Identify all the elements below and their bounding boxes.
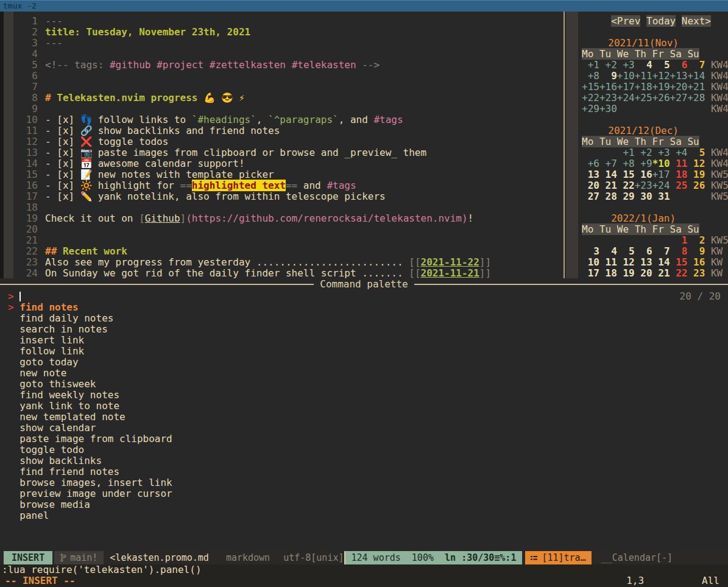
calendar-day[interactable]: +21 xyxy=(687,81,705,93)
calendar-day[interactable]: 6 xyxy=(635,245,652,257)
calendar-day[interactable]: +23 xyxy=(635,180,652,191)
calendar-day[interactable]: +20 xyxy=(670,81,688,93)
editor-line[interactable]: 14- [x] 📅 awesome calendar support! xyxy=(13,158,564,169)
calendar-day[interactable]: *10 xyxy=(652,158,670,169)
palette-item[interactable]: new templated note xyxy=(0,412,728,423)
editor-line[interactable]: 3--- xyxy=(13,38,564,49)
calendar-day[interactable]: 14 xyxy=(652,256,670,268)
calendar-pane[interactable]: <Prev Today Next>2021/11(Nov)Mo Tu We Th… xyxy=(578,12,728,278)
calendar-day[interactable]: 14 xyxy=(599,169,617,180)
calendar-day[interactable]: +10 xyxy=(617,70,635,82)
calendar-day[interactable]: +1 xyxy=(617,147,635,158)
calendar-day[interactable]: 9 xyxy=(599,70,617,82)
calendar-day[interactable]: +8 xyxy=(617,158,635,169)
calendar-day[interactable]: +30 xyxy=(599,103,617,114)
calendar-day[interactable]: 12 xyxy=(617,256,635,268)
palette-item[interactable]: new note xyxy=(0,368,728,379)
palette-item[interactable]: search in notes xyxy=(0,324,728,335)
calendar-day[interactable]: 15 xyxy=(670,256,688,268)
calendar-day[interactable]: 19 xyxy=(617,267,635,278)
editor-line[interactable]: 6 xyxy=(13,71,564,82)
calendar-day[interactable]: 5 xyxy=(617,245,635,257)
editor-line[interactable]: 8# Telekasten.nvim progress 💪 😎 ⚡ xyxy=(13,93,564,104)
editor-line[interactable]: 22## Recent work xyxy=(13,246,564,257)
palette-item[interactable]: insert link xyxy=(0,335,728,346)
calendar-day[interactable]: 12 xyxy=(687,158,705,169)
calendar-day[interactable]: +24 xyxy=(617,92,635,104)
calendar-day[interactable]: +14 xyxy=(687,70,705,82)
palette-selected-item[interactable]: > find notes xyxy=(0,302,728,313)
calendar-day[interactable]: +3 xyxy=(652,147,670,158)
calendar-nav-prev-button[interactable]: <Prev xyxy=(611,15,640,27)
calendar-nav-next-button[interactable]: Next> xyxy=(682,15,711,27)
editor-line[interactable]: 16- [x] 🔆 highlight for ==highlighted te… xyxy=(13,180,564,191)
palette-item[interactable]: browse media xyxy=(0,499,728,510)
calendar-day[interactable]: +29 xyxy=(582,103,599,114)
calendar-day[interactable]: +1 xyxy=(582,59,599,71)
calendar-day[interactable]: 17 xyxy=(582,267,599,278)
calendar-day[interactable]: +2 xyxy=(599,59,617,71)
editor-line[interactable]: 15- [x] 📝 new notes with template picker xyxy=(13,169,564,180)
calendar-day[interactable]: +6 xyxy=(582,158,599,169)
calendar-day[interactable]: 13 xyxy=(582,169,599,180)
calendar-day[interactable]: 21 xyxy=(599,180,617,191)
calendar-day[interactable]: 16 xyxy=(687,256,705,268)
calendar-day[interactable]: 29 xyxy=(617,191,635,202)
calendar-day[interactable]: 22 xyxy=(617,180,635,191)
editor-line[interactable]: 1--- xyxy=(13,16,564,27)
editor-buffer[interactable]: 1---2title: Tuesday, November 23th, 2021… xyxy=(13,12,564,278)
editor-line[interactable]: 19Check it out on [Github](https://githu… xyxy=(13,213,564,224)
calendar-day[interactable]: +16 xyxy=(599,81,617,93)
calendar-day[interactable]: 5 xyxy=(687,147,705,158)
calendar-day[interactable]: 28 xyxy=(599,191,617,202)
palette-item[interactable]: follow link xyxy=(0,346,728,357)
calendar-day[interactable]: 11 xyxy=(599,256,617,268)
calendar-day[interactable]: 20 xyxy=(635,267,652,278)
calendar-day[interactable]: +17 xyxy=(652,169,670,180)
calendar-day[interactable]: +19 xyxy=(652,81,670,93)
calendar-day[interactable]: 2 xyxy=(687,234,705,246)
palette-item[interactable]: paste image from clipboard xyxy=(0,434,728,445)
calendar-day[interactable]: +22 xyxy=(582,92,599,104)
calendar-day[interactable]: 13 xyxy=(635,256,652,268)
palette-item[interactable]: find weekly notes xyxy=(0,390,728,401)
editor-line[interactable]: 24On Sunday we got rid of the daily find… xyxy=(13,268,564,278)
calendar-day[interactable]: 16 xyxy=(635,169,652,180)
calendar-day[interactable]: 20 xyxy=(582,180,599,191)
calendar-day[interactable]: +8 xyxy=(582,70,599,82)
calendar-day[interactable]: 1 xyxy=(670,234,688,246)
palette-item[interactable]: panel xyxy=(0,510,728,521)
calendar-nav-today-button[interactable]: Today xyxy=(646,15,676,27)
calendar-day[interactable]: +26 xyxy=(652,92,670,104)
palette-item[interactable]: goto today xyxy=(0,357,728,368)
calendar-day[interactable]: +11 xyxy=(635,70,652,82)
calendar-day[interactable]: 22 xyxy=(670,267,688,278)
editor-line[interactable]: 20 xyxy=(13,224,564,235)
calendar-day[interactable]: 7 xyxy=(687,59,705,71)
editor-line[interactable]: 5<!-- tags: #github #project #zettelkast… xyxy=(13,60,564,71)
palette-item[interactable]: show backlinks xyxy=(0,455,728,466)
calendar-day[interactable]: +17 xyxy=(617,81,635,93)
calendar-day[interactable]: +15 xyxy=(582,81,599,93)
calendar-day[interactable]: 9 xyxy=(687,245,705,257)
calendar-day[interactable]: 31 xyxy=(652,191,670,202)
calendar-day[interactable]: 27 xyxy=(582,191,599,202)
editor-line[interactable]: 13- [x] 📷 paste images from clipboard or… xyxy=(13,147,564,158)
calendar-day[interactable]: 25 xyxy=(670,180,688,191)
editor-line[interactable]: 10- [x] 👣 follow links to `#headings`, `… xyxy=(13,114,564,125)
palette-item[interactable]: goto thisweek xyxy=(0,379,728,390)
calendar-day[interactable]: 10 xyxy=(582,256,599,268)
editor-line[interactable]: 18 xyxy=(13,202,564,213)
calendar-day[interactable]: +7 xyxy=(599,158,617,169)
editor-line[interactable]: 4 xyxy=(13,49,564,60)
palette-item[interactable]: show calendar xyxy=(0,423,728,434)
editor-line[interactable]: 7 xyxy=(13,82,564,93)
git-branch-segment[interactable]: main! xyxy=(54,551,104,564)
calendar-day[interactable]: +23 xyxy=(599,92,617,104)
editor-line[interactable]: 2title: Tuesday, November 23th, 2021 xyxy=(13,27,564,38)
editor-line[interactable]: 9 xyxy=(13,104,564,114)
calendar-day[interactable]: +4 xyxy=(670,147,688,158)
calendar-day[interactable]: 11 xyxy=(670,158,688,169)
calendar-day[interactable]: 18 xyxy=(599,267,617,278)
calendar-day[interactable]: 26 xyxy=(687,180,705,191)
